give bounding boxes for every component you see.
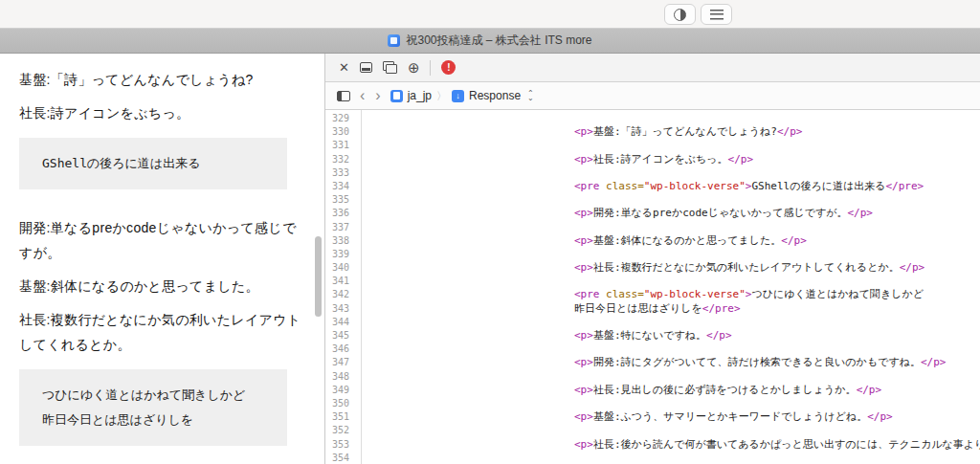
line-number: 344 — [325, 316, 355, 329]
code-line: 352 — [325, 424, 980, 437]
code-line: 351<p>基盤:ふつう、サマリーとかキーワードでしょうけどね。</p> — [325, 410, 980, 424]
code-line: 330<p>基盤:「詩」ってどんなんでしょうね?</p> — [325, 125, 980, 139]
line-number: 349 — [325, 384, 355, 397]
line-number: 347 — [325, 356, 355, 369]
line-number: 338 — [325, 234, 355, 248]
code-line: 332<p>社長:詩アイコンをぶちっ。</p> — [325, 153, 980, 166]
reader-content: 基盤:「詩」ってどんなんでしょうね?社長:詩アイコンをぶちっ。GShellの後ろ… — [0, 54, 318, 446]
code-text — [355, 221, 574, 234]
tab-title: 祝300投稿達成 – 株式会社 ITS more — [406, 33, 591, 49]
code-line: 336<p>開発:単なるpreかcodeじゃないかって感じですが。</p> — [325, 207, 980, 220]
code-line: 345<p>基盤:特にないですね。</p> — [325, 329, 980, 342]
line-number: 335 — [325, 193, 355, 207]
code-text — [355, 248, 574, 261]
line-number: 342 — [325, 288, 355, 301]
tab-favicon-icon — [388, 34, 400, 47]
line-number: 331 — [325, 139, 355, 152]
line-number: 348 — [325, 370, 355, 384]
code-text: <p>社長:複数行だとなにか気の利いたレイアウトしてくれるとか。</p> — [355, 261, 924, 275]
web-inspector-pane: ✕ ⊕ ! ‹ › ja_jp 〉 ↓ Response ⌃⌄ — [325, 54, 980, 464]
active-tab[interactable]: 祝300投稿達成 – 株式会社 ITS more — [374, 29, 605, 53]
code-line: 340<p>社長:複数行だとなにか気の利いたレイアウトしてくれるとか。</p> — [325, 261, 980, 275]
line-number: 351 — [325, 410, 355, 424]
verse-block: GShellの後ろに道は出来る — [19, 138, 287, 189]
line-number: 343 — [325, 302, 355, 316]
code-text: <p>基盤:「詩」ってどんなんでしょうね?</p> — [355, 125, 802, 139]
code-text — [355, 316, 574, 329]
dock-bottom-icon[interactable] — [360, 62, 372, 73]
reader-paragraph: 基盤:斜体になるのかと思ってました。 — [19, 274, 310, 298]
appearance-toggle-button[interactable] — [664, 4, 696, 25]
line-number: 346 — [325, 342, 355, 356]
toolbar-divider — [430, 60, 431, 76]
reader-view-button[interactable] — [701, 4, 732, 25]
code-line: 341 — [325, 275, 980, 288]
code-text: <p>開発:単なるpreかcodeじゃないかって感じですが。</p> — [355, 207, 873, 220]
code-text: <p>社長:見出しの後に必ず詩をつけるとかしましょうか。</p> — [355, 384, 881, 397]
inspector-toolbar: ✕ ⊕ ! — [325, 54, 980, 82]
resource-file-icon — [390, 90, 403, 102]
close-icon[interactable]: ✕ — [339, 61, 349, 74]
response-icon: ↓ — [452, 90, 464, 102]
code-text — [355, 166, 574, 180]
vertical-scrollbar[interactable] — [315, 236, 322, 317]
forward-icon[interactable]: › — [374, 88, 381, 103]
response-source-view[interactable]: 329330<p>基盤:「詩」ってどんなんでしょうね?</p>331332<p>… — [325, 110, 980, 464]
code-line: 331 — [325, 139, 980, 152]
code-line: 337 — [325, 221, 980, 234]
code-text: <p>社長:詩アイコンをぶちっ。</p> — [355, 153, 753, 166]
code-text: <p>開発:詩にタグがついてて、詩だけ検索できると良いのかもですね。</p> — [355, 356, 946, 369]
code-line: 334<pre class="wp-block-verse">GShellの後ろ… — [325, 180, 980, 193]
code-line: 338<p>基盤:斜体になるのかと思ってました。</p> — [325, 234, 980, 248]
code-text: <p>基盤:特にないですね。</p> — [355, 329, 732, 342]
code-line: 350 — [325, 397, 980, 410]
breadcrumb: ja_jp 〉 ↓ Response ⌃⌄ — [390, 89, 534, 103]
breadcrumb-separator-icon: 〉 — [436, 89, 447, 103]
code-text — [355, 424, 574, 437]
reader-paragraph: 基盤:「詩」ってどんなんでしょうね? — [19, 67, 310, 92]
line-number: 330 — [325, 125, 355, 139]
line-number: 345 — [325, 329, 355, 342]
code-line: 349<p>社長:見出しの後に必ず詩をつけるとかしましょうか。</p> — [325, 384, 980, 397]
titlebar — [0, 0, 980, 29]
code-text — [355, 112, 574, 125]
code-text: <pre class="wp-block-verse">つひにゆく道とはかねて聞… — [355, 288, 924, 301]
code-line: 329 — [325, 112, 980, 125]
main-split: 基盤:「詩」ってどんなんでしょうね?社長:詩アイコンをぶちっ。GShellの後ろ… — [0, 54, 980, 464]
code-text: 昨日今日とは思はざりしを</pre> — [355, 302, 741, 316]
chevron-updown-icon[interactable]: ⌃⌄ — [527, 91, 534, 100]
code-line: 344 — [325, 316, 980, 329]
rendered-page-pane[interactable]: 基盤:「詩」ってどんなんでしょうね?社長:詩アイコンをぶちっ。GShellの後ろ… — [0, 54, 325, 464]
line-number: 337 — [325, 221, 355, 234]
line-number: 341 — [325, 275, 355, 288]
code-line: 353<p>社長:後から読んで何が書いてあるかぱっと思い出すのには、テクニカルな… — [325, 438, 980, 452]
code-text — [355, 139, 574, 152]
code-text — [355, 370, 574, 384]
line-number: 329 — [325, 112, 355, 125]
element-picker-icon[interactable]: ⊕ — [408, 60, 420, 75]
code-text — [355, 452, 574, 464]
code-text — [355, 397, 574, 410]
contrast-icon — [674, 9, 686, 21]
code-lines: 329330<p>基盤:「詩」ってどんなんでしょうね?</p>331332<p>… — [325, 112, 980, 464]
line-number: 334 — [325, 180, 355, 193]
code-line: 354 — [325, 452, 980, 464]
line-number: 339 — [325, 248, 355, 261]
line-number: 340 — [325, 261, 355, 275]
breadcrumb-view-selector[interactable]: Response — [469, 89, 521, 102]
undock-windows-icon[interactable] — [383, 61, 397, 74]
reader-lines-icon — [710, 10, 724, 20]
code-text — [355, 275, 574, 288]
code-text — [355, 193, 574, 207]
breadcrumb-resource[interactable]: ja_jp — [408, 89, 432, 102]
code-text — [355, 342, 574, 356]
error-badge[interactable]: ! — [441, 60, 456, 75]
code-line: 346 — [325, 342, 980, 356]
sidebar-toggle-icon[interactable] — [337, 91, 350, 101]
code-text: <pre class="wp-block-verse">GShellの後ろに道は… — [355, 180, 924, 193]
reader-paragraph: 社長:複数行だとなにか気の利いたレイアウトしてくれるとか。 — [19, 307, 310, 357]
reader-paragraph: 開発:単なるpreかcodeじゃないかって感じですが。 — [19, 215, 310, 265]
back-icon[interactable]: ‹ — [359, 88, 366, 103]
inspector-navbar: ‹ › ja_jp 〉 ↓ Response ⌃⌄ — [325, 82, 980, 110]
line-number: 333 — [325, 166, 355, 180]
